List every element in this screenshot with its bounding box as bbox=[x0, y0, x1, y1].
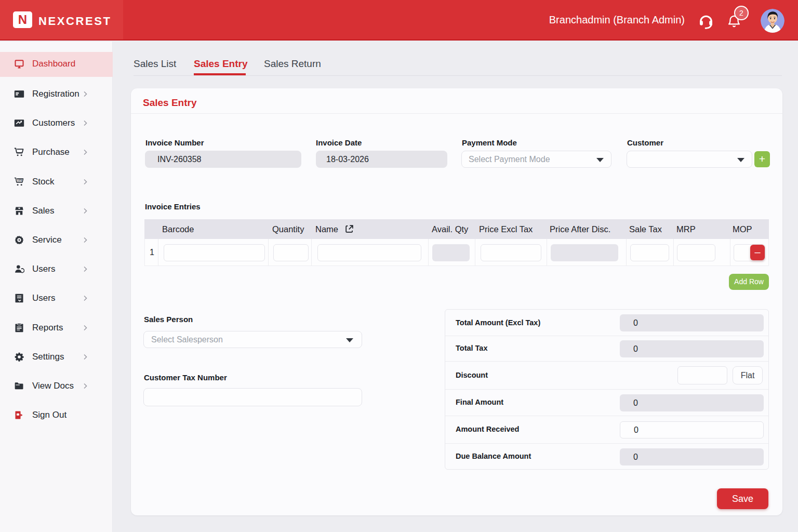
svg-text:123: 123 bbox=[17, 179, 22, 182]
